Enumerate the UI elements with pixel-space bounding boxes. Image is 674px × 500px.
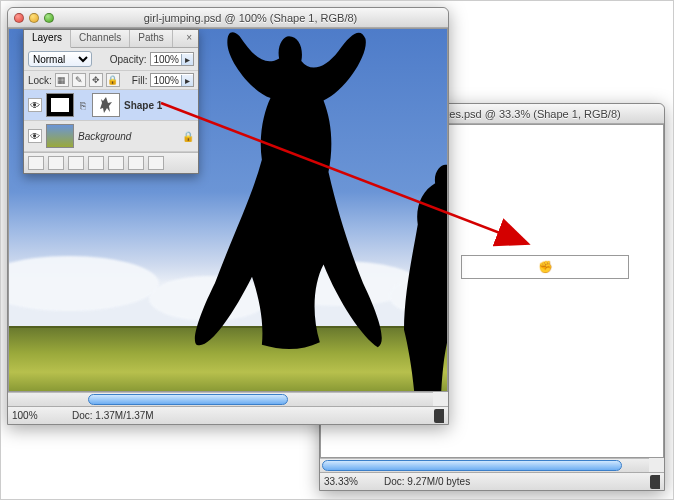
status-zoom[interactable]: 33.33% [324,476,374,487]
minimize-icon[interactable] [29,13,39,23]
status-zoom[interactable]: 100% [12,410,62,421]
second-silhouette [404,144,448,392]
new-layer-icon[interactable] [128,156,144,170]
close-icon[interactable] [14,13,24,23]
group-icon[interactable] [108,156,124,170]
layer-style-icon[interactable] [48,156,64,170]
layer-shape-1[interactable]: 👁 ⎘ Shape 1 [24,90,198,121]
blend-opacity-row: Normal Opacity: 100%▸ [24,48,198,71]
opacity-input[interactable]: 100%▸ [150,52,194,66]
lock-transparency-icon[interactable]: ▦ [55,73,69,87]
lock-position-icon[interactable]: ✥ [89,73,103,87]
scrollbar-thumb[interactable] [322,460,622,471]
panel-footer [24,152,198,173]
layer-mask-icon[interactable] [68,156,84,170]
horizontal-scrollbar[interactable] [320,458,649,472]
visibility-toggle[interactable]: 👁 [28,98,42,112]
statusbar: 100% Doc: 1.37M/1.37M [8,406,448,424]
fill-label: Fill: [132,75,148,86]
lock-paint-icon[interactable]: ✎ [72,73,86,87]
lock-icon: 🔒 [182,131,194,142]
status-docinfo: Doc: 1.37M/1.37M [72,410,154,421]
layer-mask-thumbnail[interactable] [46,93,74,117]
layer-drag-ghost: ✊ [461,255,629,279]
delete-layer-icon[interactable] [148,156,164,170]
window-title: girl-jumping.psd @ 100% (Shape 1, RGB/8) [59,12,442,24]
grab-cursor-icon: ✊ [538,260,553,274]
window-controls[interactable] [14,13,54,23]
layer-name[interactable]: Shape 1 [124,100,162,111]
opacity-label: Opacity: [110,54,147,65]
scrollbar-thumb[interactable] [88,394,288,405]
chevron-right-icon[interactable]: ▸ [181,75,193,86]
layer-background[interactable]: 👁 Background 🔒 [24,121,198,152]
titlebar[interactable]: girl-jumping.psd @ 100% (Shape 1, RGB/8) [8,8,448,28]
vector-mask-thumbnail[interactable] [92,93,120,117]
chevron-right-icon[interactable]: ▸ [181,54,193,65]
horizontal-scrollbar[interactable] [8,392,433,406]
tab-paths[interactable]: Paths [130,30,173,47]
tab-channels[interactable]: Channels [71,30,130,47]
lock-fill-row: Lock: ▦ ✎ ✥ 🔒 Fill: 100%▸ [24,71,198,90]
layer-thumbnail[interactable] [46,124,74,148]
lock-label: Lock: [28,75,52,86]
layer-name[interactable]: Background [78,131,131,142]
panel-tabs[interactable]: Layers Channels Paths × [24,30,198,48]
visibility-toggle[interactable]: 👁 [28,129,42,143]
lock-all-icon[interactable]: 🔒 [106,73,120,87]
blend-mode-select[interactable]: Normal [28,51,92,67]
fill-input[interactable]: 100%▸ [150,73,194,87]
zoom-icon[interactable] [44,13,54,23]
link-icon[interactable]: ⎘ [78,100,88,111]
resize-grip[interactable] [434,409,444,423]
adjustment-layer-icon[interactable] [88,156,104,170]
layer-list[interactable]: 👁 ⎘ Shape 1 👁 Background 🔒 [24,90,198,152]
layers-panel[interactable]: Layers Channels Paths × Normal Opacity: … [23,29,199,174]
status-docinfo: Doc: 9.27M/0 bytes [384,476,470,487]
resize-grip[interactable] [650,475,660,489]
link-layers-icon[interactable] [28,156,44,170]
statusbar: 33.33% Doc: 9.27M/0 bytes [320,472,664,490]
tab-layers[interactable]: Layers [24,30,71,48]
panel-close-icon[interactable]: × [180,30,198,47]
